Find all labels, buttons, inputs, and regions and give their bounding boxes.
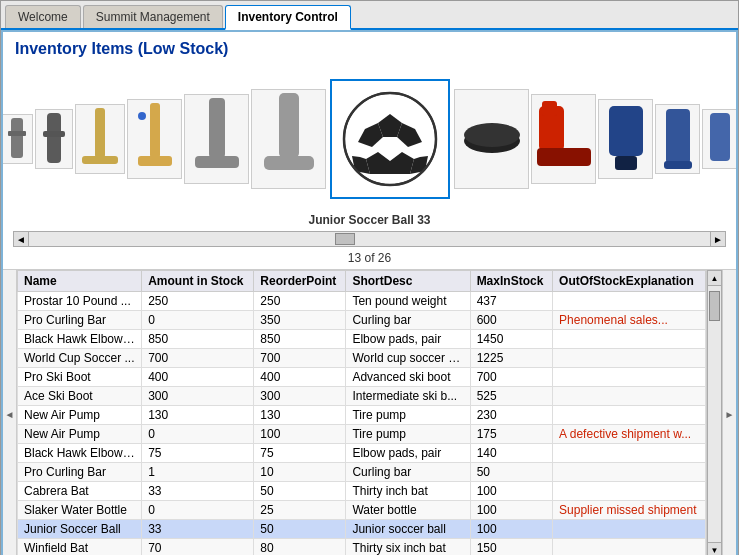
svg-rect-3 xyxy=(43,131,65,137)
carousel-scrollbar: ◄ ► xyxy=(13,231,726,247)
col-header-shortdesc: ShortDesc xyxy=(346,271,470,292)
table-row[interactable]: Ace Ski Boot300300Intermediate ski b...5… xyxy=(18,387,706,406)
carousel-scroll-thumb[interactable] xyxy=(335,233,355,245)
table-row[interactable]: World Cup Soccer ...700700World cup socc… xyxy=(18,349,706,368)
table-row[interactable]: Pro Ski Boot400400Advanced ski boot700 xyxy=(18,368,706,387)
svg-rect-10 xyxy=(195,156,239,168)
table-row[interactable]: Prostar 10 Pound ...250250Ten pound weig… xyxy=(18,292,706,311)
table-row[interactable]: New Air Pump130130Tire pump230 xyxy=(18,406,706,425)
col-header-explanation: OutOfStockExplanation xyxy=(553,271,706,292)
svg-point-8 xyxy=(138,112,146,120)
table-row[interactable]: Slaker Water Bottle025Water bottle100Sup… xyxy=(18,501,706,520)
table-scroll-right[interactable]: ► xyxy=(722,270,736,555)
tab-welcome[interactable]: Welcome xyxy=(5,5,81,28)
svg-rect-2 xyxy=(47,113,61,163)
scroll-down-btn[interactable]: ▼ xyxy=(707,542,722,555)
col-header-name: Name xyxy=(18,271,142,292)
svg-rect-7 xyxy=(138,156,172,166)
carousel-item[interactable] xyxy=(702,109,736,169)
svg-point-22 xyxy=(464,123,520,147)
svg-rect-11 xyxy=(279,93,299,158)
inventory-table: Name Amount in Stock ReorderPoint ShortD… xyxy=(17,270,706,555)
carousel-scroll-right-btn[interactable]: ► xyxy=(710,231,726,247)
carousel-item[interactable] xyxy=(3,114,33,164)
svg-rect-4 xyxy=(95,108,105,158)
svg-rect-27 xyxy=(615,156,637,170)
carousel-item[interactable] xyxy=(655,104,700,174)
svg-rect-6 xyxy=(150,103,160,158)
carousel-area: Junior Soccer Ball 33 ◄ ► 13 of 26 xyxy=(3,62,736,269)
table-row[interactable]: Winfield Bat7080Thirty six inch bat150 xyxy=(18,539,706,556)
table-row[interactable]: Black Hawk Elbow ...7575Elbow pads, pair… xyxy=(18,444,706,463)
svg-rect-5 xyxy=(82,156,118,164)
carousel-item[interactable] xyxy=(184,94,249,184)
main-content-area: Inventory Items (Low Stock) xyxy=(1,30,738,555)
svg-rect-25 xyxy=(542,101,557,116)
carousel-item[interactable] xyxy=(531,94,596,184)
svg-rect-24 xyxy=(537,148,591,166)
table-row[interactable]: Pro Curling Bar0350Curling bar600Phenome… xyxy=(18,311,706,330)
svg-rect-26 xyxy=(609,106,643,156)
tab-inventory-control[interactable]: Inventory Control xyxy=(225,5,351,30)
carousel-container xyxy=(3,66,736,211)
scroll-track-v[interactable] xyxy=(707,286,722,542)
page-title: Inventory Items (Low Stock) xyxy=(15,40,724,58)
main-window: Welcome Summit Management Inventory Cont… xyxy=(0,0,739,555)
col-header-reorder: ReorderPoint xyxy=(254,271,346,292)
carousel-caption: Junior Soccer Ball 33 xyxy=(308,213,430,227)
table-row[interactable]: New Air Pump0100Tire pump175A defective … xyxy=(18,425,706,444)
carousel-item[interactable] xyxy=(598,99,653,179)
col-header-maxstock: MaxInStock xyxy=(470,271,552,292)
carousel-item[interactable] xyxy=(35,109,73,169)
svg-rect-30 xyxy=(710,113,730,161)
svg-rect-1 xyxy=(8,131,26,136)
svg-rect-0 xyxy=(11,118,23,158)
carousel-scroll-left-btn[interactable]: ◄ xyxy=(13,231,29,247)
table-row[interactable]: Pro Curling Bar110Curling bar50 xyxy=(18,463,706,482)
table-row[interactable]: Cabrera Bat3350Thirty inch bat100 xyxy=(18,482,706,501)
carousel-scroll-track[interactable] xyxy=(29,231,710,247)
scroll-thumb-v[interactable] xyxy=(709,291,720,321)
table-scroll-left[interactable]: ◄ xyxy=(3,270,17,555)
svg-rect-12 xyxy=(264,156,314,170)
carousel-item[interactable] xyxy=(127,99,182,179)
svg-rect-9 xyxy=(209,98,225,158)
tab-bar: Welcome Summit Management Inventory Cont… xyxy=(1,1,738,30)
table-wrapper: ◄ Name Amount in Stock ReorderPoint Shor… xyxy=(3,269,736,555)
svg-rect-28 xyxy=(666,109,690,164)
svg-rect-29 xyxy=(664,161,692,169)
carousel-item[interactable] xyxy=(75,104,125,174)
col-header-amount: Amount in Stock xyxy=(142,271,254,292)
table-scrollbar-v: ▲ ▼ xyxy=(706,270,722,555)
carousel-active-item[interactable] xyxy=(330,79,450,199)
page-header: Inventory Items (Low Stock) xyxy=(3,32,736,62)
carousel-item[interactable] xyxy=(454,89,529,189)
scroll-up-btn[interactable]: ▲ xyxy=(707,270,722,286)
table-row[interactable]: Black Hawk Elbow ...850850Elbow pads, pa… xyxy=(18,330,706,349)
carousel-item[interactable] xyxy=(251,89,326,189)
tab-summit-management[interactable]: Summit Management xyxy=(83,5,223,28)
table-container: Name Amount in Stock ReorderPoint ShortD… xyxy=(17,270,722,555)
page-indicator: 13 of 26 xyxy=(348,251,391,265)
table-row[interactable]: Junior Soccer Ball3350Junior soccer ball… xyxy=(18,520,706,539)
